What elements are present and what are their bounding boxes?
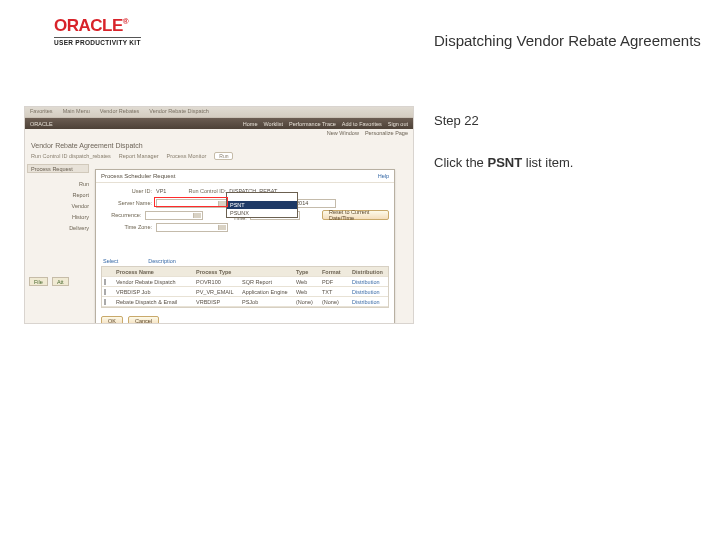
brand-link[interactable]: Sign out	[388, 121, 408, 127]
breadcrumb-nav: Favorites Main Menu Vendor Rebates Vendo…	[25, 107, 413, 118]
user-id-label: User ID:	[101, 188, 156, 194]
step-instruction: Click the PSNT list item.	[434, 155, 573, 170]
row-name: Vendor Rebate Dispatch	[114, 279, 194, 285]
brand-bar: ORACLE Home Worklist Performance Trace A…	[25, 118, 413, 129]
bg-label: History	[29, 212, 89, 223]
app-page-title: Vendor Rebate Agreement Dispatch	[25, 139, 413, 152]
run-cntl-label: Run Control ID:	[188, 188, 229, 194]
subbar-link[interactable]: Personalize Page	[365, 130, 408, 138]
recurrence-label: Recurrence:	[101, 212, 145, 218]
run-control-text: Run Control ID dispatch_rebates	[31, 153, 111, 159]
bg-form-labels: Run Report Vendor History Delivery	[29, 179, 89, 234]
reset-time-button[interactable]: Reset to Current Date/Time	[322, 210, 389, 220]
recurrence-dropdown[interactable]	[145, 211, 203, 220]
row-format[interactable]: PDF	[320, 279, 350, 285]
bg-label: Vendor	[29, 201, 89, 212]
page-title: Dispatching Vendor Rebate Agreements	[434, 32, 701, 49]
brand-text: ORACLE	[54, 16, 123, 35]
table-row: Rebate Dispatch & Email VRBDISP PSJob (N…	[102, 297, 388, 307]
file-tab[interactable]: File	[29, 277, 48, 286]
process-monitor-link[interactable]: Process Monitor	[167, 153, 207, 159]
row-ptype: PV_VR_EMAIL	[194, 289, 240, 295]
server-name-label: Server Name:	[101, 200, 156, 206]
row-type[interactable]: Web	[294, 279, 320, 285]
row-ptype: VRBDISP	[194, 299, 240, 305]
brand-link[interactable]: Add to Favorites	[342, 121, 382, 127]
instr-prefix: Click the	[434, 155, 487, 170]
process-scheduler-dialog: Process Scheduler Request Help User ID: …	[95, 169, 395, 324]
row-checkbox[interactable]	[104, 279, 106, 285]
row-checkbox[interactable]	[104, 299, 106, 305]
brand-link[interactable]: Worklist	[264, 121, 283, 127]
ok-button[interactable]: OK	[101, 316, 123, 324]
table-row: Vendor Rebate Dispatch POVR100 SQR Repor…	[102, 277, 388, 287]
instr-bold: PSNT	[487, 155, 522, 170]
row-checkbox[interactable]	[104, 289, 106, 295]
oracle-logo: ORACLE® USER PRODUCTIVITY KIT	[54, 16, 141, 46]
dropdown-option-blank[interactable]	[227, 193, 297, 201]
col-type: Type	[294, 269, 320, 275]
row-format[interactable]: TXT	[320, 289, 350, 295]
row-ptype: POVR100	[194, 279, 240, 285]
col-format: Format	[320, 269, 350, 275]
row-dist-link[interactable]: Distribution	[350, 299, 388, 305]
plist-desc-link[interactable]: Description	[148, 258, 176, 264]
cancel-button[interactable]: Cancel	[128, 316, 159, 324]
row-type[interactable]: Web	[294, 289, 320, 295]
nav-item[interactable]: Favorites	[30, 108, 53, 116]
row-dist-link[interactable]: Distribution	[350, 289, 388, 295]
bg-label: Delivery	[29, 223, 89, 234]
row-dist-link[interactable]: Distribution	[350, 279, 388, 285]
sub-bar: New Window Personalize Page	[25, 129, 413, 139]
nav-item[interactable]: Vendor Rebates	[100, 108, 139, 116]
process-list-table: Process Name Process Type Type Format Di…	[101, 266, 389, 308]
dropdown-option-psunx[interactable]: PSUNX	[227, 209, 297, 217]
col-process-type: Process Type	[194, 269, 240, 275]
bg-label: Run	[29, 179, 89, 190]
dialog-title: Process Scheduler Request	[101, 173, 175, 179]
col-dist: Distribution	[350, 269, 388, 275]
brand-bar-logo: ORACLE	[30, 121, 53, 127]
brand-link[interactable]: Home	[243, 121, 258, 127]
app-screenshot: Favorites Main Menu Vendor Rebates Vendo…	[24, 106, 414, 324]
brand-link[interactable]: Performance Trace	[289, 121, 336, 127]
time-zone-dropdown[interactable]	[156, 223, 228, 232]
file-tabs: File Att	[29, 277, 69, 286]
run-control-line: Run Control ID dispatch_rebates Report M…	[25, 152, 413, 162]
plist-select-link[interactable]: Select	[103, 258, 118, 264]
row-name: VRBDISP Job	[114, 289, 194, 295]
dropdown-option-psnt[interactable]: PSNT	[227, 201, 297, 209]
help-link[interactable]: Help	[378, 173, 389, 179]
nav-item[interactable]: Vendor Rebate Dispatch	[149, 108, 209, 116]
user-id-value: VP1	[156, 188, 166, 194]
time-zone-label: Time Zone:	[101, 224, 156, 230]
row-proc: Application Engine	[240, 289, 294, 295]
server-name-dropdown-open[interactable]: PSNT PSUNX	[226, 192, 298, 218]
row-proc: PSJob	[240, 299, 294, 305]
panel-tab: Process Request	[27, 164, 89, 173]
run-button[interactable]: Run	[214, 152, 233, 160]
subbar-link[interactable]: New Window	[327, 130, 359, 138]
row-type[interactable]: (None)	[294, 299, 320, 305]
step-number: Step 22	[434, 113, 479, 128]
row-proc: SQR Report	[240, 279, 294, 285]
table-row: VRBDISP Job PV_VR_EMAIL Application Engi…	[102, 287, 388, 297]
instr-suffix: list item.	[522, 155, 573, 170]
row-format[interactable]: (None)	[320, 299, 350, 305]
file-tab[interactable]: Att	[52, 277, 69, 286]
nav-item[interactable]: Main Menu	[63, 108, 90, 116]
bg-label: Report	[29, 190, 89, 201]
upk-subtitle: USER PRODUCTIVITY KIT	[54, 37, 141, 46]
row-name: Rebate Dispatch & Email	[114, 299, 194, 305]
report-manager-link[interactable]: Report Manager	[119, 153, 159, 159]
server-name-dropdown[interactable]	[156, 199, 228, 208]
col-process-name: Process Name	[114, 269, 194, 275]
